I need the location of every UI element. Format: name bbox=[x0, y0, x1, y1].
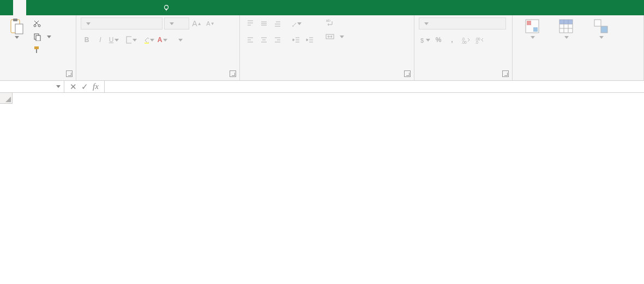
wrap-text-button[interactable]: ab bbox=[324, 17, 345, 27]
increase-decimal-button[interactable]: .0.00 bbox=[460, 34, 472, 46]
font-size-select[interactable] bbox=[164, 17, 189, 29]
group-clipboard-label bbox=[4, 77, 71, 79]
cut-button[interactable] bbox=[32, 19, 52, 28]
alignment-launcher[interactable] bbox=[404, 70, 411, 77]
tab-home[interactable] bbox=[13, 0, 26, 15]
group-number: $ % , .0.00 .00.0 bbox=[414, 15, 513, 80]
orientation-icon bbox=[291, 20, 296, 27]
svg-rect-20 bbox=[533, 27, 538, 32]
svg-rect-22 bbox=[559, 20, 573, 24]
align-left-button[interactable] bbox=[244, 34, 256, 46]
formula-bar[interactable] bbox=[105, 81, 644, 92]
group-clipboard bbox=[0, 15, 76, 80]
tab-insert[interactable] bbox=[26, 0, 39, 15]
number-format-select[interactable] bbox=[419, 17, 506, 29]
merge-center-button[interactable] bbox=[324, 32, 345, 42]
svg-rect-8 bbox=[34, 46, 39, 49]
tab-formulas[interactable] bbox=[52, 0, 65, 15]
align-bottom-button[interactable] bbox=[272, 17, 284, 29]
group-alignment-label bbox=[244, 77, 410, 79]
tab-file[interactable] bbox=[0, 0, 13, 15]
decrease-decimal-button[interactable]: .00.0 bbox=[473, 34, 485, 46]
tab-dev[interactable] bbox=[105, 0, 118, 15]
font-launcher[interactable] bbox=[230, 70, 236, 77]
currency-button[interactable]: $ bbox=[419, 34, 431, 46]
chevron-down-icon bbox=[115, 39, 119, 42]
tab-powerpivot[interactable] bbox=[131, 0, 144, 15]
align-top-button[interactable] bbox=[244, 17, 256, 29]
cell-styles-button[interactable] bbox=[585, 17, 617, 39]
font-color-button[interactable]: A bbox=[157, 34, 168, 46]
bold-button[interactable]: B bbox=[81, 34, 93, 46]
name-box-input[interactable] bbox=[3, 83, 47, 91]
chevron-down-icon bbox=[170, 22, 174, 25]
percent-button[interactable]: % bbox=[432, 34, 444, 46]
underline-button[interactable]: U bbox=[108, 34, 120, 46]
table-icon bbox=[557, 17, 575, 35]
tab-view[interactable] bbox=[92, 0, 105, 15]
align-center-button[interactable] bbox=[258, 34, 270, 46]
italic-button[interactable]: I bbox=[94, 34, 106, 46]
clipboard-launcher[interactable] bbox=[66, 70, 73, 77]
group-alignment: ab bbox=[240, 15, 414, 80]
chevron-down-icon bbox=[178, 39, 183, 42]
chevron-down-icon bbox=[531, 36, 535, 39]
align-bottom-icon bbox=[274, 20, 281, 27]
number-launcher[interactable] bbox=[502, 70, 509, 77]
currency-icon: $ bbox=[419, 36, 425, 44]
increase-indent-button[interactable] bbox=[304, 34, 316, 46]
border-icon bbox=[126, 36, 131, 44]
enter-formula-button[interactable]: ✓ bbox=[81, 82, 88, 92]
tab-pagelayout[interactable] bbox=[39, 0, 52, 15]
scissors-icon bbox=[33, 19, 41, 28]
align-right-icon bbox=[274, 36, 281, 44]
borders-button[interactable] bbox=[125, 34, 137, 46]
tab-baidu[interactable] bbox=[144, 0, 157, 15]
format-painter-button[interactable] bbox=[32, 45, 52, 55]
tell-me-search[interactable] bbox=[157, 0, 179, 15]
align-middle-button[interactable] bbox=[258, 17, 270, 29]
align-center-icon bbox=[260, 36, 268, 44]
svg-rect-7 bbox=[36, 36, 40, 41]
chevron-down-icon bbox=[297, 22, 302, 25]
tab-data[interactable] bbox=[65, 0, 79, 15]
group-styles-label bbox=[517, 77, 639, 79]
increase-font-button[interactable]: A▲ bbox=[191, 17, 203, 29]
wrap-icon: ab bbox=[326, 18, 334, 27]
align-top-icon bbox=[246, 20, 254, 27]
tab-review[interactable] bbox=[79, 0, 92, 15]
copy-button[interactable] bbox=[32, 32, 52, 42]
paste-button[interactable] bbox=[4, 17, 28, 39]
outdent-icon bbox=[292, 36, 300, 44]
bucket-icon bbox=[143, 36, 149, 44]
svg-text:.0: .0 bbox=[475, 40, 478, 44]
orientation-button[interactable] bbox=[290, 17, 302, 29]
tab-help[interactable] bbox=[118, 0, 131, 15]
chevron-down-icon bbox=[340, 36, 344, 38]
select-all-corner[interactable] bbox=[0, 93, 13, 104]
chevron-down-icon bbox=[426, 39, 430, 42]
svg-rect-19 bbox=[527, 21, 531, 25]
name-box[interactable] bbox=[0, 81, 64, 92]
table-format-button[interactable] bbox=[551, 17, 581, 39]
cancel-formula-button[interactable]: ✕ bbox=[70, 82, 77, 92]
font-name-select[interactable] bbox=[81, 17, 162, 29]
chevron-down-icon bbox=[86, 22, 91, 25]
cell-styles-icon bbox=[592, 17, 610, 35]
spreadsheet[interactable] bbox=[0, 93, 644, 284]
phonetic-button[interactable] bbox=[174, 34, 186, 46]
chevron-down-icon bbox=[56, 85, 61, 88]
fill-color-button[interactable] bbox=[143, 34, 155, 46]
decrease-font-button[interactable]: A▼ bbox=[204, 17, 216, 29]
chevron-down-icon bbox=[163, 39, 167, 42]
formula-bar-row: ✕ ✓ fx bbox=[0, 81, 644, 93]
decrease-indent-button[interactable] bbox=[290, 34, 302, 46]
svg-rect-10 bbox=[145, 43, 149, 44]
align-right-button[interactable] bbox=[272, 34, 284, 46]
conditional-format-button[interactable] bbox=[517, 17, 547, 39]
svg-point-0 bbox=[165, 5, 168, 9]
align-middle-icon bbox=[260, 20, 268, 27]
fx-button[interactable]: fx bbox=[93, 82, 99, 91]
comma-button[interactable]: , bbox=[446, 34, 458, 46]
ribbon: A▲ A▼ B I U A bbox=[0, 15, 644, 81]
